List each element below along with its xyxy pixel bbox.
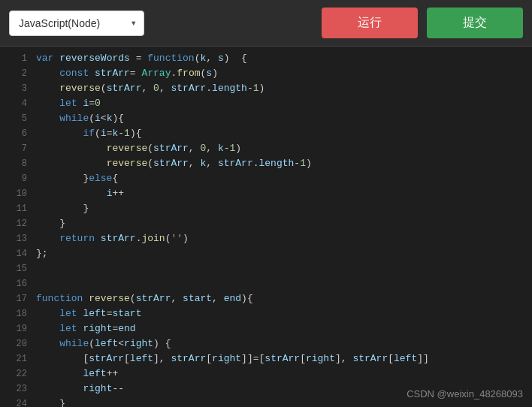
- line-content[interactable]: let left=start: [36, 306, 141, 321]
- line-number: 4: [6, 96, 27, 111]
- line-content[interactable]: var reverseWords = function(k, s) {: [36, 51, 247, 66]
- code-line: 21 [strArr[left], strArr[right]]=[strArr…: [0, 351, 532, 366]
- line-content[interactable]: left++: [36, 366, 118, 381]
- code-area: 1var reverseWords = function(k, s) {2 co…: [0, 47, 532, 407]
- code-line: 5 while(i<k){: [0, 111, 532, 126]
- code-line: 7 reverse(strArr, 0, k-1): [0, 141, 532, 156]
- line-number: 8: [6, 156, 27, 171]
- line-content[interactable]: i++: [36, 186, 124, 201]
- line-number: 1: [6, 51, 27, 66]
- code-line: 22 left++: [0, 366, 532, 381]
- code-line: 9 }else{: [0, 171, 532, 186]
- line-number: 16: [6, 276, 27, 291]
- line-content[interactable]: let right=end: [36, 321, 136, 336]
- line-number: 7: [6, 141, 27, 156]
- line-content[interactable]: while(i<k){: [36, 111, 124, 126]
- code-line: 6 if(i=k-1){: [0, 126, 532, 141]
- code-line: 19 let right=end: [0, 321, 532, 336]
- line-number: 17: [6, 291, 27, 306]
- code-line: 16: [0, 276, 532, 291]
- line-content[interactable]: reverse(strArr, k, strArr.length-1): [36, 156, 312, 171]
- line-number: 21: [6, 351, 27, 366]
- code-line: 11 }: [0, 201, 532, 216]
- toolbar: JavaScript(Node) Python3 Java C++ ▾ 运行 提…: [0, 0, 532, 47]
- language-select[interactable]: JavaScript(Node) Python3 Java C++: [9, 11, 144, 36]
- code-line: 3 reverse(strArr, 0, strArr.length-1): [0, 81, 532, 96]
- code-line: 10 i++: [0, 186, 532, 201]
- line-number: 14: [6, 246, 27, 261]
- code-line: 8 reverse(strArr, k, strArr.length-1): [0, 156, 532, 171]
- line-content[interactable]: right--: [36, 381, 124, 396]
- line-content[interactable]: reverse(strArr, 0, k-1): [36, 141, 241, 156]
- line-number: 20: [6, 336, 27, 351]
- line-number: 24: [6, 396, 27, 407]
- line-content[interactable]: [strArr[left], strArr[right]]=[strArr[ri…: [36, 351, 429, 366]
- run-button[interactable]: 运行: [322, 8, 418, 38]
- line-number: 2: [6, 66, 27, 81]
- line-number: 23: [6, 381, 27, 396]
- line-content[interactable]: function reverse(strArr, start, end){: [36, 291, 253, 306]
- line-number: 12: [6, 216, 27, 231]
- code-line: 4 let i=0: [0, 96, 532, 111]
- line-number: 11: [6, 201, 27, 216]
- line-content[interactable]: }: [36, 216, 65, 231]
- code-line: 20 while(left<right) {: [0, 336, 532, 351]
- code-line: 2 const strArr= Array.from(s): [0, 66, 532, 81]
- code-line: 15: [0, 261, 532, 276]
- line-number: 10: [6, 186, 27, 201]
- line-content[interactable]: }: [36, 201, 89, 216]
- code-line: 14};: [0, 246, 532, 261]
- line-number: 15: [6, 261, 27, 276]
- line-content[interactable]: let i=0: [36, 96, 101, 111]
- line-content[interactable]: while(left<right) {: [36, 336, 171, 351]
- line-number: 19: [6, 321, 27, 336]
- line-content[interactable]: const strArr= Array.from(s): [36, 66, 218, 81]
- line-number: 13: [6, 231, 27, 246]
- line-number: 22: [6, 366, 27, 381]
- code-line: 13 return strArr.join(''): [0, 231, 532, 246]
- submit-button[interactable]: 提交: [427, 8, 523, 38]
- line-content[interactable]: return strArr.join(''): [36, 231, 189, 246]
- code-line: 17function reverse(strArr, start, end){: [0, 291, 532, 306]
- code-line: 1var reverseWords = function(k, s) {: [0, 51, 532, 66]
- line-number: 18: [6, 306, 27, 321]
- code-line: 18 let left=start: [0, 306, 532, 321]
- line-content[interactable]: reverse(strArr, 0, strArr.length-1): [36, 81, 264, 96]
- line-content[interactable]: }: [36, 396, 65, 407]
- line-number: 9: [6, 171, 27, 186]
- line-number: 5: [6, 111, 27, 126]
- code-line: 12 }: [0, 216, 532, 231]
- line-number: 3: [6, 81, 27, 96]
- line-content[interactable]: };: [36, 246, 48, 261]
- line-content[interactable]: if(i=k-1){: [36, 126, 142, 141]
- watermark: CSDN @weixin_48268093: [407, 388, 523, 399]
- line-content[interactable]: }else{: [36, 171, 118, 186]
- line-number: 6: [6, 126, 27, 141]
- btn-group: 运行 提交: [322, 8, 523, 38]
- lang-select-wrapper[interactable]: JavaScript(Node) Python3 Java C++ ▾: [9, 11, 144, 36]
